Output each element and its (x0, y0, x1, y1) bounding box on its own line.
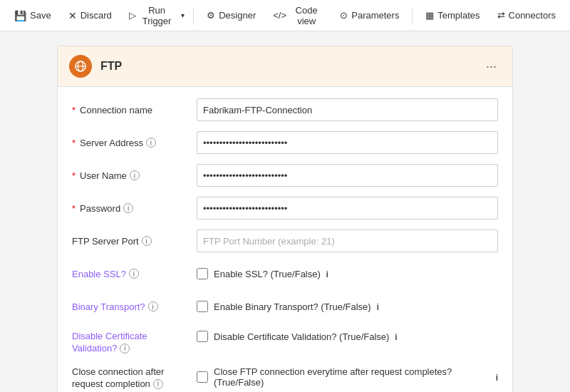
password-label: * Password i (72, 203, 197, 214)
connection-name-label: * Connection name (72, 105, 197, 115)
designer-icon: ⚙ (207, 10, 215, 21)
run-trigger-label: Run Trigger (140, 5, 175, 26)
disable-cert-info-icon[interactable]: i (120, 344, 130, 354)
binary-transport-checkbox-info-icon[interactable]: i (377, 301, 379, 312)
separator-2 (412, 7, 413, 24)
disable-cert-checkbox-info-icon[interactable]: i (395, 331, 397, 342)
binary-transport-label: Binary Transport? i (72, 301, 197, 312)
templates-label: Templates (437, 10, 480, 21)
binary-transport-checkbox-row: Enable Binary Transport? (True/False) i (197, 301, 498, 312)
code-view-button[interactable]: </> Code view (266, 1, 330, 31)
connection-name-input[interactable] (197, 98, 498, 121)
parameters-icon: ⊙ (340, 10, 348, 21)
run-trigger-dropdown[interactable]: ▾ (178, 7, 187, 24)
disable-cert-checkbox[interactable] (197, 331, 208, 342)
enable-ssl-checkbox-info-icon[interactable]: i (326, 269, 328, 279)
user-name-input[interactable] (197, 164, 498, 187)
run-trigger-group: ▷ Run Trigger ▾ (122, 1, 188, 31)
main-content: FTP ··· * Connection name * Server Addre… (0, 31, 570, 392)
discard-button[interactable]: ✕ Discard (61, 6, 119, 26)
binary-transport-info-icon[interactable]: i (148, 301, 158, 311)
binary-transport-row: Binary Transport? i Enable Binary Transp… (72, 295, 498, 318)
disable-cert-row: Disable Certificate Validation? i Disabl… (72, 328, 498, 354)
templates-button[interactable]: ▦ Templates (418, 6, 487, 25)
close-connection-info-icon[interactable]: i (153, 379, 163, 389)
disable-cert-checkbox-label: Disable Certificate Validation? (True/Fa… (214, 331, 389, 342)
templates-icon: ▦ (425, 10, 434, 21)
close-connection-row: Close connection after request completio… (72, 363, 498, 389)
parameters-label: Parameters (351, 10, 399, 21)
disable-cert-label: Disable Certificate Validation? i (72, 328, 197, 354)
parameters-button[interactable]: ⊙ Parameters (333, 6, 406, 25)
close-connection-label: Close connection after request completio… (72, 363, 197, 389)
server-address-row: * Server Address i (72, 131, 498, 154)
user-name-info-icon[interactable]: i (130, 170, 140, 180)
run-trigger-icon: ▷ (129, 10, 136, 21)
code-view-label: Code view (290, 5, 323, 26)
ftp-menu-button[interactable]: ··· (482, 58, 501, 76)
password-info-icon[interactable]: i (123, 203, 133, 213)
password-input[interactable] (197, 197, 498, 220)
save-button[interactable]: 💾 Save (7, 6, 58, 26)
connectors-button[interactable]: ⇄ Connectors (490, 6, 563, 25)
discard-icon: ✕ (68, 10, 77, 21)
enable-ssl-label: Enable SSL? i (72, 269, 197, 279)
connectors-label: Connectors (509, 10, 556, 21)
binary-transport-checkbox-label: Enable Binary Transport? (True/False) (214, 301, 371, 312)
ftp-server-port-row: FTP Server Port i (72, 229, 498, 252)
ftp-card: FTP ··· * Connection name * Server Addre… (57, 46, 513, 392)
save-icon: 💾 (14, 10, 26, 21)
separator-1 (193, 7, 194, 24)
server-address-label: * Server Address i (72, 138, 197, 148)
ftp-port-info-icon[interactable]: i (142, 236, 152, 246)
user-name-label: * User Name i (72, 170, 197, 181)
enable-ssl-row: Enable SSL? i Enable SSL? (True/False) i (72, 262, 498, 285)
code-view-icon: </> (273, 10, 286, 21)
password-row: * Password i (72, 197, 498, 220)
user-name-row: * User Name i (72, 164, 498, 187)
designer-label: Designer (219, 10, 256, 21)
ftp-title: FTP (100, 60, 482, 73)
ftp-card-header: FTP ··· (58, 46, 512, 87)
ftp-server-port-label: FTP Server Port i (72, 236, 197, 247)
discard-label: Discard (81, 10, 112, 21)
enable-ssl-checkbox[interactable] (197, 268, 208, 279)
close-connection-checkbox-label: Close FTP connection everytime after req… (214, 366, 490, 388)
ftp-icon (69, 55, 92, 78)
enable-ssl-checkbox-row: Enable SSL? (True/False) i (197, 268, 498, 279)
close-connection-checkbox-row: Close FTP connection everytime after req… (197, 363, 498, 388)
connection-name-row: * Connection name (72, 98, 498, 121)
binary-transport-checkbox[interactable] (197, 301, 208, 312)
save-label: Save (30, 10, 51, 21)
server-address-info-icon[interactable]: i (146, 138, 156, 148)
connectors-icon: ⇄ (497, 10, 505, 21)
server-address-input[interactable] (197, 131, 498, 154)
close-connection-checkbox[interactable] (197, 371, 208, 383)
enable-ssl-checkbox-label: Enable SSL? (True/False) (214, 269, 321, 279)
enable-ssl-info-icon[interactable]: i (129, 269, 139, 279)
ftp-server-port-input[interactable] (197, 229, 498, 252)
designer-button[interactable]: ⚙ Designer (200, 6, 263, 25)
disable-cert-checkbox-row: Disable Certificate Validation? (True/Fa… (197, 328, 498, 342)
run-trigger-button[interactable]: ▷ Run Trigger (122, 1, 179, 31)
toolbar: 💾 Save ✕ Discard ▷ Run Trigger ▾ ⚙ Desig… (0, 0, 570, 31)
close-connection-checkbox-info-icon[interactable]: i (496, 372, 498, 383)
ftp-card-body: * Connection name * Server Address i * U… (58, 87, 512, 392)
